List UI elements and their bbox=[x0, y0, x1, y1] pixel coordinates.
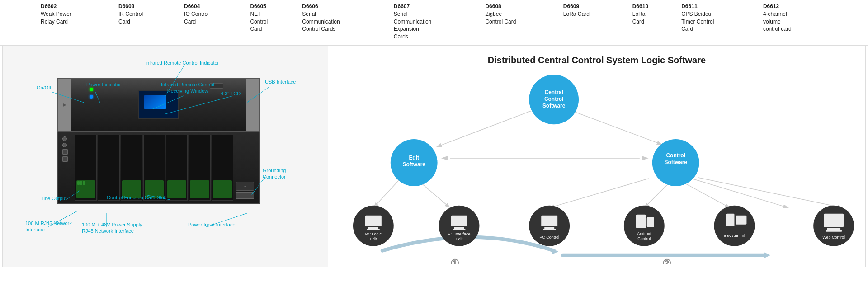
power-input-visual bbox=[236, 192, 254, 199]
svg-line-15 bbox=[572, 111, 662, 145]
svg-text:Software: Software bbox=[664, 159, 687, 165]
right-connectors: ⏚ bbox=[234, 135, 257, 201]
green-connector-1 bbox=[76, 180, 95, 198]
label-power-input: Power Input Interface bbox=[188, 221, 236, 228]
audio-port-2 bbox=[62, 143, 67, 147]
svg-text:Edit: Edit bbox=[409, 155, 419, 161]
svg-text:Software: Software bbox=[542, 103, 566, 109]
svg-text:Central: Central bbox=[545, 89, 563, 95]
model-d6604: D6604IO ControlCard bbox=[179, 2, 245, 42]
svg-text:Control: Control bbox=[637, 236, 651, 241]
svg-text:PC Logic: PC Logic bbox=[365, 232, 382, 236]
svg-marker-25 bbox=[642, 156, 649, 160]
svg-text:Android: Android bbox=[637, 231, 651, 236]
svg-rect-46 bbox=[543, 229, 556, 230]
label-power-supply: 100 M + 48V Power SupplyRJ45 Network Int… bbox=[82, 221, 142, 235]
main-diagram-section: ▶ bbox=[2, 46, 866, 267]
svg-rect-53 bbox=[736, 216, 746, 225]
led-ir bbox=[90, 95, 93, 99]
slot-1 bbox=[75, 135, 97, 201]
rj45-small-2 bbox=[62, 156, 68, 162]
green-connector-7 bbox=[213, 180, 232, 198]
model-d6606: D6606SerialCommunicationControl Cards bbox=[297, 2, 389, 42]
svg-line-18 bbox=[549, 179, 649, 208]
model-d6608: D6608ZigbeeControl Card bbox=[481, 2, 558, 42]
rj45-small-1 bbox=[62, 149, 68, 155]
slot-2 bbox=[98, 135, 119, 201]
svg-text:PC Interface: PC Interface bbox=[448, 232, 471, 236]
label-rj45-100m: 100 M RJ45 NetworkInterface bbox=[25, 220, 72, 233]
arrow-label-2: ② bbox=[662, 258, 671, 264]
svg-line-19 bbox=[644, 181, 671, 208]
lcd-display bbox=[138, 90, 179, 119]
diagram-title: Distributed Central Control System Logic… bbox=[337, 55, 856, 66]
hw-diagram: ▶ bbox=[12, 51, 319, 258]
card-slots-container: ⏚ bbox=[61, 135, 257, 201]
label-on-off: On/Off bbox=[37, 85, 51, 91]
model-d6605: D6605NETControlCard bbox=[245, 2, 297, 42]
model-d6610: D6610LoRaCard bbox=[628, 2, 677, 42]
svg-rect-56 bbox=[827, 228, 840, 230]
grounding-connector-visual: ⏚ bbox=[236, 182, 254, 191]
model-d6612: D66124-channelvolumecontrol card bbox=[759, 2, 832, 42]
top-table-section: D6602Weak PowerRelay Card D6603IR Contro… bbox=[0, 0, 868, 46]
label-control-slot: Control Function Card Slot bbox=[107, 194, 165, 201]
rack-unit-bottom: ⏚ bbox=[57, 132, 260, 204]
model-d6611: D6611GPS BeidouTimer ControlCard bbox=[677, 2, 759, 42]
label-ir-indicator: Infrared Remote Control Indicator bbox=[145, 60, 219, 66]
label-grounding: GroundingConnector bbox=[263, 167, 286, 180]
label-usb: USB Interface bbox=[265, 79, 296, 85]
audio-port-1 bbox=[62, 136, 67, 141]
audio-ports bbox=[61, 135, 74, 201]
svg-line-22 bbox=[698, 178, 843, 208]
svg-text:Edit: Edit bbox=[456, 237, 463, 241]
svg-rect-34 bbox=[365, 216, 382, 226]
svg-rect-48 bbox=[636, 215, 646, 228]
arrow-label-1: ① bbox=[450, 258, 459, 264]
hardware-diagram-panel: ▶ bbox=[3, 46, 328, 267]
rack-ear-left: ▶ bbox=[58, 79, 71, 131]
green-connector-6 bbox=[190, 180, 209, 198]
rack-ear-right bbox=[246, 79, 259, 131]
svg-line-17 bbox=[419, 181, 450, 208]
node-ios bbox=[714, 206, 755, 246]
svg-rect-57 bbox=[826, 230, 842, 232]
expansion-slots bbox=[75, 135, 233, 201]
label-lcd: 4.3" LCD bbox=[221, 90, 241, 97]
pin bbox=[77, 181, 80, 185]
svg-rect-52 bbox=[726, 214, 735, 226]
svg-rect-39 bbox=[451, 216, 467, 226]
svg-rect-49 bbox=[647, 217, 654, 227]
model-d6602: D6602Weak PowerRelay Card bbox=[36, 2, 114, 42]
svg-text:IOS Control: IOS Control bbox=[724, 234, 745, 238]
svg-rect-40 bbox=[454, 227, 464, 229]
model-d6609: D6609LoRa Card bbox=[559, 2, 628, 42]
green-connector-5 bbox=[167, 180, 186, 198]
slot-7 bbox=[212, 135, 233, 201]
slot-5 bbox=[166, 135, 188, 201]
svg-line-14 bbox=[437, 111, 532, 147]
svg-text:Web Control: Web Control bbox=[822, 235, 845, 240]
svg-rect-44 bbox=[541, 216, 557, 226]
slot-3 bbox=[121, 135, 142, 201]
label-ir-window: Infrared Remote ControlReceiving Window bbox=[161, 81, 214, 94]
pin bbox=[80, 181, 82, 185]
svg-text:Edit: Edit bbox=[370, 237, 377, 241]
svg-rect-55 bbox=[824, 214, 844, 227]
svg-rect-41 bbox=[453, 229, 466, 230]
svg-text:Control: Control bbox=[544, 96, 564, 102]
svg-marker-13 bbox=[764, 252, 770, 258]
slot-4 bbox=[143, 135, 165, 201]
svg-rect-36 bbox=[367, 229, 380, 230]
svg-rect-35 bbox=[368, 227, 378, 229]
svg-text:Control: Control bbox=[666, 152, 685, 159]
label-line-output: line Output bbox=[42, 195, 66, 202]
label-power-indicator: Power Indicator bbox=[86, 81, 121, 88]
svg-rect-45 bbox=[544, 227, 554, 229]
svg-line-16 bbox=[373, 179, 401, 208]
pin bbox=[83, 181, 85, 185]
slot-6 bbox=[189, 135, 210, 201]
logic-svg: ① ② bbox=[337, 75, 856, 264]
svg-line-20 bbox=[680, 181, 730, 208]
svg-text:Software: Software bbox=[402, 161, 425, 168]
